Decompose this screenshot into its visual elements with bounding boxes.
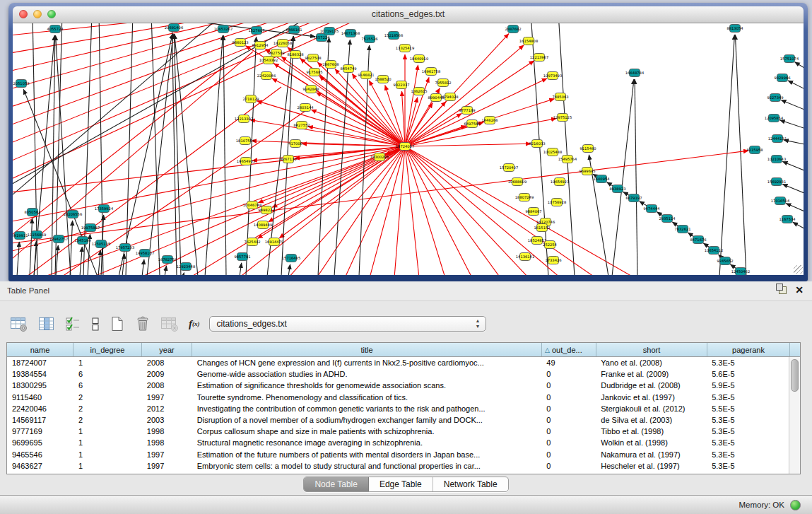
- network-node[interactable]: 9146821: [358, 71, 374, 79]
- table-row[interactable]: 1830029562008Estimation of significance …: [7, 380, 789, 391]
- network-node[interactable]: 17359924: [95, 205, 114, 213]
- network-node[interactable]: 9322037: [393, 81, 409, 89]
- table-row[interactable]: 969969511998Structural magnetic resonanc…: [7, 437, 789, 448]
- network-node[interactable]: 9857791: [234, 253, 250, 261]
- network-edge[interactable]: [793, 222, 804, 230]
- network-node[interactable]: 9777169: [459, 107, 475, 115]
- network-node[interactable]: 9474444: [643, 205, 660, 213]
- network-node[interactable]: 8660123: [232, 39, 248, 47]
- network-node[interactable]: 10756928: [548, 199, 566, 206]
- resize-grip-icon[interactable]: [794, 265, 803, 274]
- network-node[interactable]: 12975125: [553, 114, 572, 122]
- network-node[interactable]: 9329966: [774, 74, 790, 82]
- network-edge[interactable]: [183, 273, 184, 275]
- network-edge[interactable]: [635, 79, 637, 275]
- network-node[interactable]: 14089489: [254, 221, 272, 229]
- network-node[interactable]: 10654112: [705, 247, 723, 255]
- network-node[interactable]: 15218566: [384, 32, 403, 40]
- column-header-year[interactable]: year: [142, 343, 192, 356]
- network-edge[interactable]: [405, 144, 531, 146]
- network-edge[interactable]: [782, 184, 804, 194]
- network-node[interactable]: 8186328: [287, 51, 303, 59]
- network-edge[interactable]: [240, 263, 242, 275]
- network-node[interactable]: 8938923: [609, 185, 625, 193]
- network-node[interactable]: 12923448: [177, 263, 195, 271]
- network-edge[interactable]: [172, 23, 177, 275]
- network-node[interactable]: 10653267: [214, 25, 233, 33]
- network-node[interactable]: 18640910: [410, 55, 428, 63]
- network-edge[interactable]: [142, 259, 144, 275]
- network-node[interactable]: 16961758: [422, 68, 440, 76]
- column-header-short[interactable]: short: [596, 343, 707, 356]
- network-node[interactable]: 20206556: [64, 211, 82, 218]
- network-edge[interactable]: [62, 108, 310, 275]
- network-node[interactable]: 12444131: [768, 135, 787, 143]
- close-panel-icon[interactable]: ✕: [795, 284, 804, 296]
- network-edge[interactable]: [175, 34, 198, 275]
- network-node[interactable]: 1345199: [74, 237, 90, 245]
- network-node[interactable]: 12213302: [235, 115, 253, 123]
- network-window-titlebar[interactable]: citations_edges.txt: [13, 6, 804, 23]
- network-node[interactable]: 12505135: [92, 240, 110, 248]
- network-node[interactable]: 2718129: [242, 95, 259, 103]
- network-node[interactable]: 9827508: [305, 54, 321, 62]
- network-edge[interactable]: [165, 266, 167, 275]
- network-node[interactable]: 417006: [288, 140, 302, 148]
- network-node[interactable]: 2935114: [659, 215, 676, 223]
- table-source-select[interactable]: citations_edges.txt ▲▼: [209, 316, 486, 332]
- function-builder-icon[interactable]: f(x): [189, 318, 200, 330]
- tab-node-table[interactable]: Node Table: [304, 477, 369, 491]
- network-edge[interactable]: [17, 242, 19, 275]
- column-header-in_degree[interactable]: in_degree: [73, 343, 142, 356]
- network-edge[interactable]: [788, 81, 804, 90]
- network-node[interactable]: 22420046: [257, 72, 276, 80]
- network-node[interactable]: 8454749: [340, 65, 356, 73]
- table-row[interactable]: 946362711997Embryonic stem cells: a mode…: [7, 460, 789, 472]
- network-node[interactable]: 9115460: [579, 145, 596, 153]
- tab-edge-table[interactable]: Edge Table: [369, 477, 433, 491]
- table-options-icon[interactable]: [10, 316, 29, 332]
- network-node[interactable]: 6679197: [625, 194, 642, 202]
- network-edge[interactable]: [119, 34, 172, 275]
- network-node[interactable]: 8267130: [280, 156, 296, 163]
- network-node[interactable]: 8216033: [529, 140, 545, 148]
- network-edge[interactable]: [257, 101, 405, 146]
- network-node[interactable]: 1167534: [779, 216, 796, 223]
- network-node[interactable]: 9245652: [717, 257, 733, 265]
- import-table-icon[interactable]: [160, 316, 180, 332]
- network-node[interactable]: 252254: [543, 241, 558, 249]
- network-node[interactable]: 9227349: [767, 94, 783, 102]
- network-node[interactable]: 7625402: [244, 238, 260, 246]
- network-node[interactable]: 16154808: [519, 37, 538, 45]
- network-node[interactable]: 1527607: [248, 27, 264, 35]
- network-node[interactable]: 9699695: [579, 168, 595, 175]
- network-node[interactable]: 8813054: [726, 25, 743, 33]
- network-edge[interactable]: [405, 146, 419, 275]
- network-node[interactable]: 18107554: [236, 137, 255, 145]
- vertical-scrollbar[interactable]: [789, 357, 800, 474]
- network-node[interactable]: 10688609: [508, 178, 526, 186]
- network-edge[interactable]: [612, 79, 634, 275]
- network-edge[interactable]: [30, 218, 33, 275]
- network-node[interactable]: 19958107: [136, 250, 154, 257]
- network-node[interactable]: 3919911: [13, 232, 28, 240]
- network-node[interactable]: 9884067: [525, 208, 541, 216]
- network-graph[interactable]: 1872400718300295866012389129541822605898…: [13, 23, 804, 275]
- network-node[interactable]: 8350561: [24, 209, 40, 216]
- network-edge[interactable]: [781, 100, 804, 111]
- network-edge[interactable]: [272, 78, 405, 146]
- network-edge[interactable]: [174, 34, 181, 275]
- table-row[interactable]: 1456911722003Disruption of a novel membe…: [7, 414, 789, 426]
- network-edge[interactable]: [13, 23, 225, 204]
- network-node[interactable]: 10543392: [259, 57, 278, 64]
- table-row[interactable]: 977716911998Corpus callosum shape and si…: [7, 426, 789, 437]
- network-node[interactable]: 8215958: [746, 146, 763, 154]
- scrollbar-thumb[interactable]: [791, 359, 799, 392]
- column-header-name[interactable]: name: [7, 343, 73, 356]
- network-canvas[interactable]: 1872400718300295866012389129541822605898…: [13, 23, 804, 275]
- network-edge[interactable]: [98, 250, 100, 275]
- network-node[interactable]: 7515526: [361, 35, 377, 43]
- network-node[interactable]: 14671368: [341, 30, 360, 37]
- network-node[interactable]: 1640954: [593, 175, 610, 183]
- network-node[interactable]: 7485063: [552, 93, 568, 101]
